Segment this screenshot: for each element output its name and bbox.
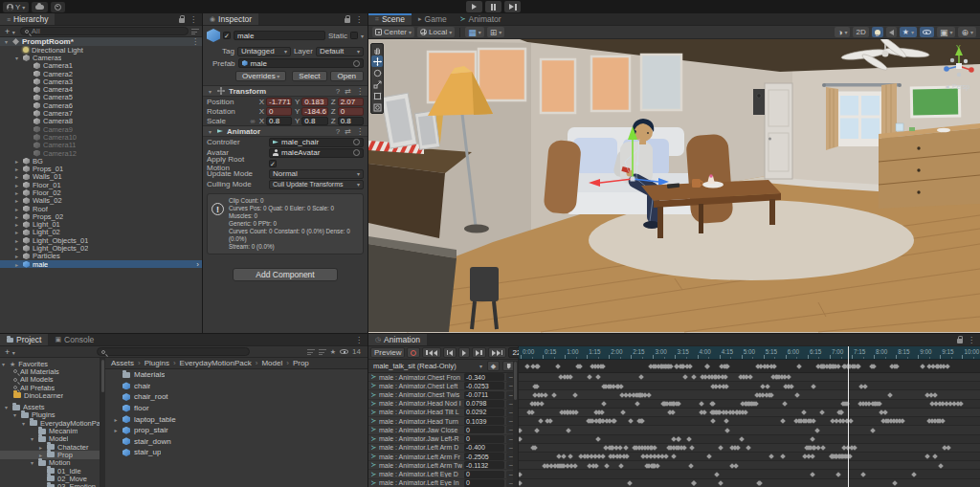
dopesheet-row[interactable] <box>519 426 980 434</box>
hidden-packages-icon[interactable] <box>340 349 348 354</box>
tab-inspector[interactable]: ◉Inspector <box>203 13 258 25</box>
keyframe[interactable] <box>519 428 523 433</box>
foldout-arrow[interactable]: ▾ <box>29 459 35 466</box>
next-key-button[interactable] <box>472 347 486 358</box>
hierarchy-item-camera10[interactable]: Camera10 <box>0 133 202 141</box>
dopesheet-row[interactable] <box>519 444 980 453</box>
keyframe[interactable] <box>572 392 578 398</box>
hierarchy-item-camera1[interactable]: Camera1 <box>0 62 202 70</box>
keyframe[interactable] <box>551 392 557 398</box>
dopesheet-row[interactable] <box>519 453 980 461</box>
transform-position-y-field[interactable]: 0.183 <box>301 98 327 106</box>
foldout-arrow[interactable]: ▸ <box>13 158 20 165</box>
keyframe[interactable] <box>780 419 786 425</box>
keyframe[interactable] <box>736 445 742 451</box>
keyframe[interactable] <box>814 428 820 433</box>
keyframe[interactable] <box>782 401 788 407</box>
static-dropdown-icon[interactable] <box>361 32 364 40</box>
lock-icon[interactable] <box>179 18 185 23</box>
foldout-arrow[interactable]: ▸ <box>13 206 20 212</box>
breadcrumb-item[interactable]: Assets <box>111 359 134 367</box>
foldout-arrow[interactable]: ▾ <box>20 420 27 427</box>
asset-laptop-table[interactable]: ▸laptop_table <box>105 413 368 425</box>
asset-materials[interactable]: Materials <box>105 369 368 381</box>
dresser[interactable] <box>879 123 980 209</box>
keyframe[interactable] <box>595 436 601 442</box>
breadcrumb-item[interactable]: Plugins <box>145 359 169 367</box>
hierarchy-item-camera5[interactable]: Camera5 <box>0 94 202 101</box>
tab-animation[interactable]: ◷Animation <box>368 334 427 345</box>
dopesheet-row[interactable] <box>519 409 980 417</box>
keyframe[interactable] <box>714 472 720 477</box>
playhead[interactable] <box>848 346 849 487</box>
keyframe[interactable] <box>623 445 629 451</box>
component-editor-tools-button[interactable] <box>937 27 956 37</box>
keyframe[interactable] <box>705 364 711 369</box>
dopesheet[interactable] <box>519 373 980 487</box>
keyframe[interactable] <box>683 375 689 381</box>
foldout-arrow[interactable]: ▾ <box>3 404 10 410</box>
foldout-arrow[interactable]: ▸ <box>37 452 44 458</box>
keyframe[interactable] <box>519 436 523 442</box>
keyframe[interactable] <box>687 364 693 369</box>
clip-dropdown[interactable]: male_talk_sit (Read-Only) <box>371 361 484 371</box>
scene-header-row[interactable]: ▾ PromptRoom* <box>0 37 202 46</box>
tab-project[interactable]: Project <box>0 334 48 345</box>
foldout-arrow[interactable]: ▸ <box>13 237 20 244</box>
keyframe[interactable] <box>801 410 807 415</box>
keyframe[interactable] <box>618 463 624 469</box>
active-checkbox[interactable]: ✓ <box>223 32 231 39</box>
keyframe[interactable] <box>621 410 627 415</box>
pause-button[interactable] <box>485 1 501 12</box>
step-button[interactable] <box>504 1 521 12</box>
hierarchy-item-props-01[interactable]: ▸Props_01 <box>0 165 202 172</box>
search-filter-icon[interactable] <box>191 28 199 34</box>
keyframe[interactable] <box>691 375 697 381</box>
transform-rotation-x-field[interactable]: 0 <box>266 107 292 116</box>
keyframe[interactable] <box>601 401 607 407</box>
keyframe[interactable] <box>627 480 633 486</box>
avatar-field[interactable]: maleAvatar <box>269 148 364 158</box>
hierarchy-item-floor-01[interactable]: ▸Floor_01 <box>0 181 202 188</box>
animator-component-header[interactable]: ▾ Animator ?⇄ <box>203 125 368 137</box>
keyframe[interactable] <box>724 419 729 425</box>
foldout-arrow[interactable]: ▸ <box>113 416 119 423</box>
foldout-arrow[interactable]: ▸ <box>13 197 20 204</box>
foldout-arrow[interactable]: ▾ <box>13 55 20 61</box>
foldout-arrow[interactable]: ▾ <box>11 411 18 418</box>
hand-tool-button[interactable] <box>371 44 383 55</box>
property-value-field[interactable]: 0.1039 <box>464 417 504 425</box>
keyframe[interactable] <box>857 364 862 369</box>
keyframe[interactable] <box>566 428 571 433</box>
pivot-toggle[interactable]: Center <box>372 27 414 37</box>
asset-chair-root[interactable]: chair_root <box>105 391 368 403</box>
keyframe[interactable] <box>810 472 815 477</box>
foldout-arrow[interactable]: ▸ <box>113 427 119 433</box>
keyframe[interactable] <box>780 454 786 460</box>
keyframe[interactable] <box>811 436 816 442</box>
presets-icon[interactable]: ⇄ <box>345 127 351 136</box>
keyframe[interactable] <box>940 419 946 425</box>
lighting-toggle[interactable] <box>872 27 883 37</box>
menu-icon[interactable] <box>355 336 363 344</box>
component-menu-icon[interactable] <box>356 127 364 136</box>
keyframe[interactable] <box>691 480 697 486</box>
keyframe[interactable] <box>848 419 854 425</box>
foldout-arrow[interactable]: ▸ <box>13 221 20 228</box>
breadcrumb-item[interactable]: Model <box>261 359 282 367</box>
keyframe[interactable] <box>811 419 816 425</box>
select-button[interactable]: Select <box>292 71 326 81</box>
keyframe[interactable] <box>894 364 900 369</box>
component-menu-icon[interactable] <box>356 87 364 96</box>
keyframe[interactable] <box>597 419 603 425</box>
keyframe[interactable] <box>604 463 610 469</box>
keyframe[interactable] <box>724 375 729 381</box>
project-folder-03-emotion[interactable]: 03_Emotion <box>0 482 100 487</box>
hierarchy-item-camera12[interactable]: Camera12 <box>0 149 202 157</box>
keyframe[interactable] <box>547 419 553 425</box>
keyframe[interactable] <box>746 445 751 451</box>
account-button[interactable]: Y <box>3 2 29 12</box>
transform-rotation-z-field[interactable]: 0 <box>338 107 364 116</box>
hierarchy-item-light-objects-01[interactable]: ▸Light_Objects_01 <box>0 236 202 244</box>
keyframe[interactable] <box>524 364 530 369</box>
